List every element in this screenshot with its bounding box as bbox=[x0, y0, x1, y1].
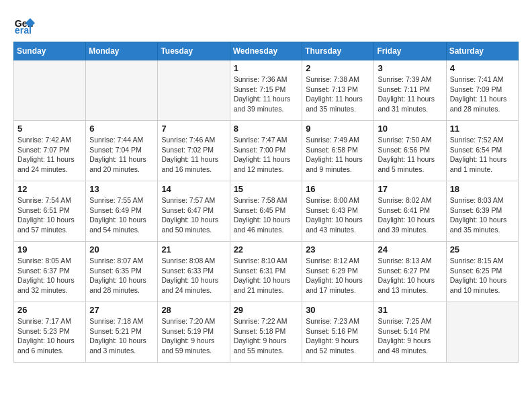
day-number: 8 bbox=[234, 124, 299, 134]
day-info: Sunrise: 8:03 AM Sunset: 6:39 PM Dayligh… bbox=[450, 195, 515, 235]
day-info: Sunrise: 8:13 AM Sunset: 6:27 PM Dayligh… bbox=[378, 256, 442, 295]
day-info: Sunrise: 8:12 AM Sunset: 6:29 PM Dayligh… bbox=[306, 256, 370, 295]
calendar-cell: 21Sunrise: 8:08 AM Sunset: 6:33 PM Dayli… bbox=[158, 242, 230, 302]
day-info: Sunrise: 7:36 AM Sunset: 7:15 PM Dayligh… bbox=[234, 75, 299, 114]
calendar-cell: 28Sunrise: 7:20 AM Sunset: 5:19 PM Dayli… bbox=[158, 302, 230, 363]
weekday-header: Saturday bbox=[446, 42, 518, 60]
day-number: 25 bbox=[450, 244, 515, 255]
day-number: 5 bbox=[17, 124, 82, 134]
day-number: 28 bbox=[161, 305, 226, 315]
day-number: 4 bbox=[450, 63, 515, 73]
calendar-cell: 8Sunrise: 7:47 AM Sunset: 7:00 PM Daylig… bbox=[230, 121, 302, 181]
calendar-cell bbox=[14, 60, 86, 121]
day-number: 12 bbox=[17, 184, 82, 194]
calendar-cell: 11Sunrise: 7:52 AM Sunset: 6:54 PM Dayli… bbox=[446, 121, 518, 181]
calendar-cell: 3Sunrise: 7:39 AM Sunset: 7:11 PM Daylig… bbox=[374, 60, 446, 121]
day-info: Sunrise: 8:00 AM Sunset: 6:43 PM Dayligh… bbox=[306, 195, 370, 235]
day-info: Sunrise: 7:57 AM Sunset: 6:47 PM Dayligh… bbox=[161, 195, 226, 235]
calendar-cell: 20Sunrise: 8:07 AM Sunset: 6:35 PM Dayli… bbox=[86, 242, 158, 302]
calendar-cell: 15Sunrise: 7:58 AM Sunset: 6:45 PM Dayli… bbox=[230, 181, 302, 242]
day-info: Sunrise: 7:20 AM Sunset: 5:19 PM Dayligh… bbox=[161, 316, 226, 356]
day-info: Sunrise: 8:07 AM Sunset: 6:35 PM Dayligh… bbox=[89, 256, 154, 295]
calendar-cell: 18Sunrise: 8:03 AM Sunset: 6:39 PM Dayli… bbox=[446, 181, 518, 242]
day-number: 29 bbox=[234, 305, 299, 315]
calendar-header-row: SundayMondayTuesdayWednesdayThursdayFrid… bbox=[14, 42, 519, 60]
day-info: Sunrise: 7:23 AM Sunset: 5:16 PM Dayligh… bbox=[306, 316, 370, 356]
weekday-header: Sunday bbox=[14, 42, 86, 60]
day-info: Sunrise: 7:17 AM Sunset: 5:23 PM Dayligh… bbox=[17, 316, 82, 356]
day-number: 20 bbox=[89, 244, 154, 255]
day-info: Sunrise: 7:47 AM Sunset: 7:00 PM Dayligh… bbox=[234, 135, 299, 175]
day-number: 3 bbox=[378, 63, 442, 73]
day-number: 27 bbox=[89, 305, 154, 315]
day-number: 31 bbox=[378, 305, 442, 315]
day-info: Sunrise: 8:08 AM Sunset: 6:33 PM Dayligh… bbox=[161, 256, 226, 295]
calendar-cell bbox=[158, 60, 230, 121]
calendar-cell: 19Sunrise: 8:05 AM Sunset: 6:37 PM Dayli… bbox=[14, 242, 86, 302]
calendar-week-row: 19Sunrise: 8:05 AM Sunset: 6:37 PM Dayli… bbox=[14, 242, 519, 302]
day-number: 18 bbox=[450, 184, 515, 194]
day-info: Sunrise: 7:18 AM Sunset: 5:21 PM Dayligh… bbox=[89, 316, 154, 356]
day-info: Sunrise: 7:42 AM Sunset: 7:07 PM Dayligh… bbox=[17, 135, 82, 175]
calendar-cell: 12Sunrise: 7:54 AM Sunset: 6:51 PM Dayli… bbox=[14, 181, 86, 242]
logo-icon: Gen eral bbox=[13, 13, 35, 35]
day-number: 1 bbox=[234, 63, 299, 73]
day-info: Sunrise: 8:05 AM Sunset: 6:37 PM Dayligh… bbox=[17, 256, 82, 295]
calendar-cell: 17Sunrise: 8:02 AM Sunset: 6:41 PM Dayli… bbox=[374, 181, 446, 242]
calendar-cell: 7Sunrise: 7:46 AM Sunset: 7:02 PM Daylig… bbox=[158, 121, 230, 181]
day-info: Sunrise: 8:02 AM Sunset: 6:41 PM Dayligh… bbox=[378, 195, 442, 235]
weekday-header: Wednesday bbox=[230, 42, 302, 60]
day-number: 6 bbox=[89, 124, 154, 134]
day-number: 2 bbox=[306, 63, 370, 73]
day-number: 15 bbox=[234, 184, 299, 194]
calendar-cell: 26Sunrise: 7:17 AM Sunset: 5:23 PM Dayli… bbox=[14, 302, 86, 363]
calendar-cell: 25Sunrise: 8:15 AM Sunset: 6:25 PM Dayli… bbox=[446, 242, 518, 302]
day-info: Sunrise: 7:50 AM Sunset: 6:56 PM Dayligh… bbox=[378, 135, 442, 175]
day-info: Sunrise: 7:54 AM Sunset: 6:51 PM Dayligh… bbox=[17, 195, 82, 235]
calendar-week-row: 5Sunrise: 7:42 AM Sunset: 7:07 PM Daylig… bbox=[14, 121, 519, 181]
calendar-cell: 2Sunrise: 7:38 AM Sunset: 7:13 PM Daylig… bbox=[302, 60, 374, 121]
calendar-cell: 13Sunrise: 7:55 AM Sunset: 6:49 PM Dayli… bbox=[86, 181, 158, 242]
weekday-header: Tuesday bbox=[158, 42, 230, 60]
weekday-header: Monday bbox=[86, 42, 158, 60]
day-number: 19 bbox=[17, 244, 82, 255]
day-info: Sunrise: 7:46 AM Sunset: 7:02 PM Dayligh… bbox=[161, 135, 226, 175]
calendar-cell: 9Sunrise: 7:49 AM Sunset: 6:58 PM Daylig… bbox=[302, 121, 374, 181]
calendar-cell: 10Sunrise: 7:50 AM Sunset: 6:56 PM Dayli… bbox=[374, 121, 446, 181]
day-info: Sunrise: 7:38 AM Sunset: 7:13 PM Dayligh… bbox=[306, 75, 370, 114]
day-info: Sunrise: 7:55 AM Sunset: 6:49 PM Dayligh… bbox=[89, 195, 154, 235]
day-number: 24 bbox=[378, 244, 442, 255]
day-number: 11 bbox=[450, 124, 515, 134]
calendar-cell: 23Sunrise: 8:12 AM Sunset: 6:29 PM Dayli… bbox=[302, 242, 374, 302]
calendar-cell: 4Sunrise: 7:41 AM Sunset: 7:09 PM Daylig… bbox=[446, 60, 518, 121]
calendar-cell: 22Sunrise: 8:10 AM Sunset: 6:31 PM Dayli… bbox=[230, 242, 302, 302]
day-info: Sunrise: 7:39 AM Sunset: 7:11 PM Dayligh… bbox=[378, 75, 442, 114]
day-number: 22 bbox=[234, 244, 299, 255]
calendar-cell bbox=[446, 302, 518, 363]
calendar-cell: 27Sunrise: 7:18 AM Sunset: 5:21 PM Dayli… bbox=[86, 302, 158, 363]
calendar: SundayMondayTuesdayWednesdayThursdayFrid… bbox=[13, 42, 519, 363]
day-info: Sunrise: 8:15 AM Sunset: 6:25 PM Dayligh… bbox=[450, 256, 515, 295]
day-info: Sunrise: 7:58 AM Sunset: 6:45 PM Dayligh… bbox=[234, 195, 299, 235]
weekday-header: Thursday bbox=[302, 42, 374, 60]
day-number: 7 bbox=[161, 124, 226, 134]
calendar-cell: 30Sunrise: 7:23 AM Sunset: 5:16 PM Dayli… bbox=[302, 302, 374, 363]
day-number: 21 bbox=[161, 244, 226, 255]
day-number: 13 bbox=[89, 184, 154, 194]
calendar-cell: 1Sunrise: 7:36 AM Sunset: 7:15 PM Daylig… bbox=[230, 60, 302, 121]
day-number: 9 bbox=[306, 124, 370, 134]
calendar-week-row: 1Sunrise: 7:36 AM Sunset: 7:15 PM Daylig… bbox=[14, 60, 519, 121]
calendar-cell: 29Sunrise: 7:22 AM Sunset: 5:18 PM Dayli… bbox=[230, 302, 302, 363]
logo: Gen eral bbox=[13, 13, 38, 35]
day-number: 23 bbox=[306, 244, 370, 255]
day-number: 17 bbox=[378, 184, 442, 194]
day-number: 16 bbox=[306, 184, 370, 194]
day-number: 30 bbox=[306, 305, 370, 315]
day-info: Sunrise: 7:41 AM Sunset: 7:09 PM Dayligh… bbox=[450, 75, 515, 114]
calendar-cell: 6Sunrise: 7:44 AM Sunset: 7:04 PM Daylig… bbox=[86, 121, 158, 181]
day-number: 10 bbox=[378, 124, 442, 134]
weekday-header: Friday bbox=[374, 42, 446, 60]
day-info: Sunrise: 8:10 AM Sunset: 6:31 PM Dayligh… bbox=[234, 256, 299, 295]
page-header: Gen eral bbox=[13, 13, 519, 35]
day-info: Sunrise: 7:22 AM Sunset: 5:18 PM Dayligh… bbox=[234, 316, 299, 356]
